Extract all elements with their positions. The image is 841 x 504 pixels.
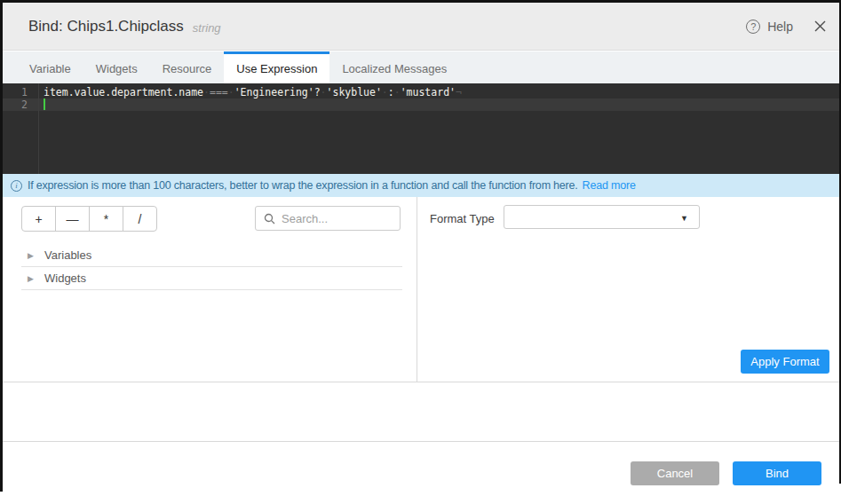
bind-type-label: string (193, 21, 221, 35)
operator-button-0[interactable]: + (21, 206, 56, 232)
tab-bar: VariableWidgetsResourceUse ExpressionLoc… (3, 51, 839, 83)
format-type-select[interactable]: ▼ (504, 205, 700, 229)
expand-triangle-icon[interactable]: ▶ (28, 251, 36, 260)
help-link[interactable]: Help (767, 20, 793, 34)
apply-format-button[interactable]: Apply Format (741, 350, 829, 374)
expand-triangle-icon[interactable]: ▶ (28, 274, 36, 283)
info-icon: i (11, 180, 22, 192)
footer-divider (3, 441, 839, 442)
editor-cursor (44, 98, 45, 110)
editor-gutter: 12 (3, 83, 39, 174)
dialog-header: Bind: Chips1.Chipclass string ? Help (3, 3, 839, 51)
bind-button[interactable]: Bind (733, 461, 821, 485)
tab-resource[interactable]: Resource (150, 51, 225, 83)
operator-button-2[interactable]: * (89, 206, 123, 232)
tab-variable[interactable]: Variable (17, 51, 83, 83)
content-area: +—*/ ▶Variables▶Widgets Format Type ▼ Ap… (3, 197, 839, 382)
line-number: 2 (21, 98, 28, 111)
format-type-label: Format Type (430, 212, 495, 225)
search-box[interactable] (255, 206, 401, 231)
tab-use-expression[interactable]: Use Expression (224, 51, 329, 83)
operator-button-1[interactable]: — (55, 206, 90, 232)
operator-button-group: +—*/ (21, 206, 157, 232)
info-bar: i If expression is more than 100 charact… (3, 174, 839, 197)
editor-active-line (3, 98, 839, 111)
dropdown-caret-icon: ▼ (680, 214, 688, 223)
close-icon[interactable] (814, 20, 826, 32)
expression-code-line: item.value.department.name·===·'Engineer… (44, 86, 462, 98)
tree-item-variables[interactable]: ▶Variables (21, 244, 402, 267)
search-icon (264, 213, 275, 224)
expression-helper-pane: +—*/ ▶Variables▶Widgets (3, 197, 417, 382)
operator-button-3[interactable]: / (123, 206, 157, 232)
tab-localized-messages[interactable]: Localized Messages (329, 51, 459, 83)
expression-editor[interactable]: 12 item.value.department.name·===·'Engin… (3, 83, 839, 174)
cancel-button[interactable]: Cancel (631, 461, 719, 485)
read-more-link[interactable]: Read more (583, 179, 636, 192)
info-text: If expression is more than 100 character… (28, 179, 578, 192)
help-icon[interactable]: ? (746, 20, 760, 34)
dialog-title: Bind: Chips1.Chipclass (28, 18, 184, 35)
format-pane: Format Type ▼ Apply Format (418, 197, 839, 382)
binding-tree: ▶Variables▶Widgets (21, 244, 402, 290)
dialog-footer: Cancel Bind (3, 461, 839, 485)
search-input[interactable] (282, 212, 388, 225)
tree-item-label: Variables (44, 248, 91, 262)
tab-widgets[interactable]: Widgets (83, 51, 150, 83)
line-number: 1 (21, 86, 28, 98)
tree-item-widgets[interactable]: ▶Widgets (21, 267, 402, 290)
tree-item-label: Widgets (44, 272, 86, 285)
